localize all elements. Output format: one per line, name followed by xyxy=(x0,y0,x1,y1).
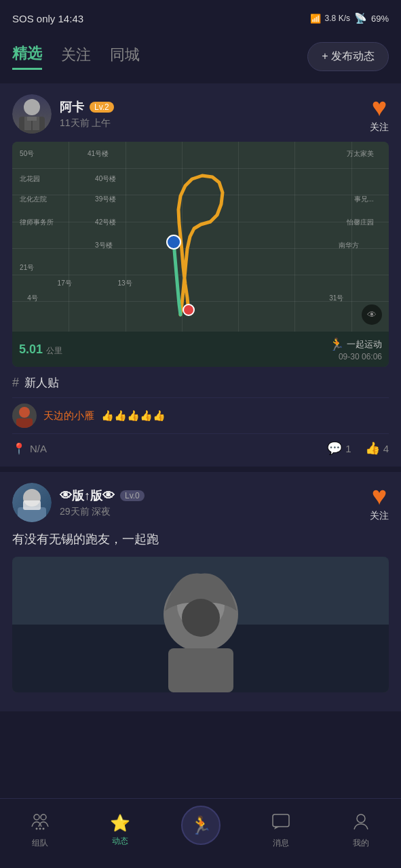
bottom-nav: 组队 ⭐ 动态 🏃 消息 我的 xyxy=(0,798,401,868)
level-badge-2: Lv.0 xyxy=(120,490,145,501)
post-footer: 📍 N/A 💬 1 👍 4 xyxy=(12,433,389,456)
location-text: N/A xyxy=(30,443,47,454)
post-time: 11天前 上午 xyxy=(60,117,114,130)
comment-icon: 💬 xyxy=(327,441,342,456)
user-info-2: 👁版↑版👁 Lv.0 29天前 深夜 xyxy=(60,488,145,518)
username: 阿卡 xyxy=(60,99,84,115)
avatar-image xyxy=(12,94,52,134)
avatar-2[interactable] xyxy=(12,483,52,522)
network-speed: 3.8 K/s xyxy=(325,14,350,23)
like-icon: 👍 xyxy=(365,441,380,456)
svg-rect-4 xyxy=(27,117,37,121)
like-action[interactable]: 👍 4 xyxy=(365,441,389,456)
nav-label-messages: 消息 xyxy=(273,837,289,849)
nav-item-profile[interactable]: 我的 xyxy=(321,812,401,849)
svg-point-7 xyxy=(19,407,30,418)
username-row: 阿卡 Lv.2 xyxy=(60,99,114,115)
svg-point-6 xyxy=(167,235,180,249)
svg-point-0 xyxy=(24,99,40,115)
run-date: 09-30 06:06 xyxy=(329,352,382,361)
follow-label-2: 关注 xyxy=(370,510,389,522)
username-row-2: 👁版↑版👁 Lv.0 xyxy=(60,488,145,504)
commenter-name: 天边的小雁 xyxy=(43,410,94,422)
svg-rect-17 xyxy=(168,648,233,692)
nav-item-run[interactable]: 🏃 xyxy=(160,806,240,854)
visibility-toggle[interactable]: 👁 xyxy=(362,304,382,325)
user-info: 阿卡 Lv.2 11天前 上午 xyxy=(60,99,114,130)
nav-item-team[interactable]: 组队 xyxy=(0,812,80,849)
follow-button[interactable]: ♥ 关注 xyxy=(370,94,389,134)
heart-icon-2: ♥ xyxy=(372,483,387,509)
avatar[interactable] xyxy=(12,94,52,134)
post-header-2: 👁版↑版👁 Lv.0 29天前 深夜 ♥ 关注 xyxy=(12,483,389,522)
feed-icon: ⭐ xyxy=(110,814,130,833)
username-2: 👁版↑版👁 xyxy=(60,488,115,504)
post-header-left: 阿卡 Lv.2 11天前 上午 xyxy=(12,94,114,134)
svg-point-19 xyxy=(41,814,46,820)
run-app-name: 一起运动 xyxy=(347,338,382,351)
nav-label-team: 组队 xyxy=(32,837,48,849)
heart-icon: ♥ xyxy=(372,94,387,120)
nav-item-feed[interactable]: ⭐ 动态 xyxy=(80,814,160,847)
follow-button-2[interactable]: ♥ 关注 xyxy=(370,483,389,522)
signal-icon: 📶 xyxy=(310,14,321,24)
run-info: 🏃 一起运动 09-30 06:06 xyxy=(329,337,382,361)
tab-nearby[interactable]: 同城 xyxy=(110,45,140,69)
post-card: 阿卡 Lv.2 11天前 上午 ♥ 关注 xyxy=(0,83,401,467)
run-app-info: 🏃 一起运动 xyxy=(329,337,382,352)
tag-label: 新人贴 xyxy=(24,375,59,391)
status-bar: SOS only 14:43 📶 3.8 K/s 📡 69% xyxy=(0,0,401,34)
distance-info: 5.01 公里 xyxy=(19,342,62,357)
nav-item-messages[interactable]: 消息 xyxy=(241,812,321,849)
location-info: 📍 N/A xyxy=(12,442,47,455)
hashtag-icon: # xyxy=(12,376,19,390)
distance-unit: 公里 xyxy=(46,346,62,355)
svg-point-16 xyxy=(182,599,220,637)
svg-point-20 xyxy=(36,827,38,829)
svg-point-21 xyxy=(39,827,41,829)
follow-label: 关注 xyxy=(370,121,389,134)
post-header: 阿卡 Lv.2 11天前 上午 ♥ 关注 xyxy=(12,94,389,134)
post-actions: 💬 1 👍 4 xyxy=(327,441,389,456)
comment-action[interactable]: 💬 1 xyxy=(327,441,351,456)
run-distance: 5.01 xyxy=(19,342,43,356)
svg-rect-8 xyxy=(16,418,33,428)
nav-label-feed: 动态 xyxy=(112,835,128,847)
post-content: 有没有无锡的跑友，一起跑 xyxy=(12,530,389,549)
like-count: 4 xyxy=(383,443,389,454)
eye-icon: 👁 xyxy=(367,309,377,320)
commenter-avatar[interactable] xyxy=(12,403,37,428)
map-visual: 50号 41号楼 万太家美 北花园 40号楼 北化左院 39号楼 事兄... 律… xyxy=(12,142,389,332)
post-photo[interactable] xyxy=(12,557,389,692)
post-tag: # 新人贴 xyxy=(12,375,389,391)
run-map[interactable]: 50号 41号楼 万太家美 北花园 40号楼 北化左院 39号楼 事兄... 律… xyxy=(12,142,389,367)
location-pin-icon: 📍 xyxy=(12,442,26,455)
comment-text: 👍👍👍👍👍 xyxy=(101,410,166,422)
tab-following[interactable]: 关注 xyxy=(61,45,91,69)
post-card-2: 👁版↑版👁 Lv.0 29天前 深夜 ♥ 关注 有没有无锡的跑友，一起跑 xyxy=(0,472,401,711)
svg-point-5 xyxy=(183,304,194,315)
post-time-2: 29天前 深夜 xyxy=(60,506,145,518)
battery-level: 69% xyxy=(371,14,389,24)
tab-featured[interactable]: 精选 xyxy=(12,43,42,70)
svg-point-24 xyxy=(357,814,365,823)
svg-rect-23 xyxy=(273,814,289,827)
comment-count: 1 xyxy=(345,443,351,454)
team-icon xyxy=(31,812,50,835)
svg-rect-11 xyxy=(23,500,41,510)
feed-container: 阿卡 Lv.2 11天前 上午 ♥ 关注 xyxy=(0,83,401,711)
status-right: 📶 3.8 K/s 📡 69% xyxy=(310,12,389,24)
bottom-spacer xyxy=(0,717,401,771)
svg-point-22 xyxy=(43,827,45,829)
svg-point-18 xyxy=(34,814,39,820)
profile-icon xyxy=(351,812,370,835)
status-time: SOS only 14:43 xyxy=(12,13,83,24)
post-header-left-2: 👁版↑版👁 Lv.0 29天前 深夜 xyxy=(12,483,145,522)
wifi-icon: 📡 xyxy=(354,12,367,24)
feed-tabs: 精选 关注 同城 + 发布动态 xyxy=(0,34,401,78)
comment-item: 天边的小雁 👍👍👍👍👍 xyxy=(12,397,389,433)
run-center-button[interactable]: 🏃 xyxy=(181,806,221,845)
message-icon xyxy=(271,812,290,835)
publish-button[interactable]: + 发布动态 xyxy=(307,42,389,71)
level-badge: Lv.2 xyxy=(90,102,114,113)
